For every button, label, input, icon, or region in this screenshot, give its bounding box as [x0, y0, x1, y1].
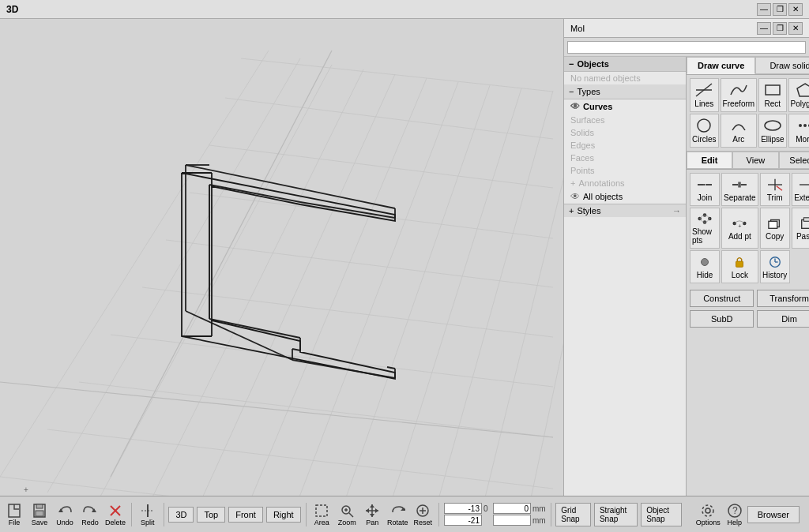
- show-pts-button[interactable]: Show pts: [690, 208, 720, 249]
- d-coord-input[interactable]: [493, 515, 531, 526]
- all-objects-visibility-icon[interactable]: 👁: [570, 191, 580, 202]
- separator-2: [164, 503, 164, 526]
- curves-visibility-icon[interactable]: 👁: [570, 101, 580, 112]
- search-input[interactable]: [567, 41, 806, 54]
- area-button[interactable]: Area: [310, 501, 333, 528]
- moi-minimize-button[interactable]: —: [757, 22, 771, 35]
- options-button[interactable]: Options: [694, 501, 722, 528]
- paste-icon: [797, 216, 809, 230]
- browser-button[interactable]: Browser: [747, 506, 800, 523]
- curves-row[interactable]: 👁 Curves: [564, 99, 686, 114]
- draw-curve-tab[interactable]: Draw curve: [687, 57, 755, 74]
- faces-label: Faces: [570, 153, 594, 163]
- lines-tool-button[interactable]: Lines: [690, 78, 719, 112]
- lock-label: Lock: [732, 271, 748, 279]
- undo-button[interactable]: Undo: [54, 501, 76, 528]
- freeform-label: Freeform: [723, 99, 755, 108]
- freeform-tool-button[interactable]: Freeform: [721, 78, 758, 112]
- dim-button[interactable]: Dim: [757, 310, 809, 328]
- restore-button[interactable]: ❐: [773, 3, 787, 16]
- svg-rect-86: [36, 504, 43, 508]
- view-right-button[interactable]: Right: [266, 507, 301, 523]
- objects-collapse-icon[interactable]: −: [569, 59, 574, 69]
- separator-4: [438, 503, 439, 526]
- points-row[interactable]: Points: [564, 164, 686, 177]
- polygon-tool-button[interactable]: Polygon: [788, 78, 809, 112]
- lock-button[interactable]: Lock: [721, 250, 758, 283]
- types-section[interactable]: − Types: [564, 84, 686, 99]
- svg-rect-78: [803, 217, 809, 221]
- svg-rect-0: [0, 19, 553, 496]
- styles-arrow-icon[interactable]: →: [672, 206, 681, 215]
- all-objects-row[interactable]: 👁 All objects: [564, 189, 686, 204]
- add-pt-button[interactable]: + Add pt: [721, 208, 758, 249]
- circles-label: Circles: [692, 135, 717, 144]
- view-front-button[interactable]: Front: [228, 507, 263, 523]
- viewport-3d[interactable]: 3D: [0, 19, 564, 496]
- more-tool-button[interactable]: More: [788, 114, 809, 148]
- close-button[interactable]: ✕: [788, 3, 803, 16]
- view-3d-button[interactable]: 3D: [168, 507, 194, 523]
- arc-tool-button[interactable]: Arc: [721, 114, 758, 148]
- help-button[interactable]: ? Help: [725, 501, 744, 528]
- zoom-button[interactable]: Zoom: [336, 501, 358, 528]
- x-coord-input[interactable]: -13: [444, 503, 482, 514]
- view-tab[interactable]: View: [732, 152, 778, 169]
- hide-button[interactable]: Hide: [690, 250, 720, 283]
- title-bar: 3D — ❐ ✕: [0, 0, 809, 19]
- y-coord-input[interactable]: 0: [493, 503, 531, 514]
- z-coord-input[interactable]: -21: [444, 515, 482, 526]
- faces-row[interactable]: Faces: [564, 152, 686, 164]
- delete-button[interactable]: Delete: [104, 501, 126, 528]
- reset-button[interactable]: Reset: [412, 501, 434, 528]
- arc-label: Arc: [732, 135, 744, 144]
- construct-button[interactable]: Construct: [690, 290, 754, 307]
- separator-3: [306, 503, 307, 526]
- pan-button[interactable]: Pan: [361, 501, 383, 528]
- save-button[interactable]: Save: [28, 501, 51, 528]
- rotate-button[interactable]: Rotate: [386, 501, 408, 528]
- file-button[interactable]: File: [3, 501, 25, 528]
- solids-row[interactable]: Solids: [564, 126, 686, 139]
- edges-row[interactable]: Edges: [564, 139, 686, 152]
- svg-rect-80: [736, 261, 743, 267]
- edit-tab[interactable]: Edit: [687, 152, 732, 169]
- moi-title: MoI — ❐ ✕: [564, 19, 809, 38]
- redo-button[interactable]: Redo: [79, 501, 101, 528]
- minimize-button[interactable]: —: [757, 3, 771, 16]
- copy-button[interactable]: Copy: [760, 208, 790, 249]
- circles-tool-button[interactable]: Circles: [690, 114, 719, 148]
- points-label: Points: [570, 166, 595, 175]
- transform-button[interactable]: Transform: [757, 290, 809, 307]
- lock-icon: [730, 255, 749, 269]
- subd-button[interactable]: SubD: [690, 310, 754, 328]
- history-button[interactable]: History: [760, 250, 790, 283]
- hide-label: Hide: [697, 271, 713, 279]
- coordinates-box: -13 0 0 mm -21 mm: [444, 503, 546, 526]
- moi-close-button[interactable]: ✕: [788, 22, 803, 35]
- svg-point-51: [765, 121, 781, 130]
- ellipse-tool-button[interactable]: Ellipse: [758, 114, 786, 148]
- paste-button[interactable]: Paste: [792, 208, 809, 249]
- styles-row[interactable]: + Styles →: [564, 204, 686, 217]
- zoom-icon: [339, 503, 355, 519]
- separate-icon: [730, 178, 749, 192]
- grid-snap-button[interactable]: Grid Snap: [555, 503, 591, 526]
- pan-icon: [364, 503, 380, 519]
- draw-solid-tab[interactable]: Draw solid: [755, 57, 809, 74]
- moi-restore-button[interactable]: ❐: [773, 22, 787, 35]
- svg-point-79: [702, 258, 709, 265]
- view-top-button[interactable]: Top: [197, 507, 225, 523]
- straight-snap-button[interactable]: Straight Snap: [594, 503, 638, 526]
- trim-button[interactable]: Trim: [760, 173, 790, 206]
- surfaces-row[interactable]: Surfaces: [564, 114, 686, 126]
- split-button[interactable]: Split: [137, 501, 159, 528]
- select-tab[interactable]: Select: [779, 152, 810, 169]
- rect-tool-button[interactable]: Rect: [758, 78, 786, 112]
- separate-button[interactable]: Separate: [721, 173, 758, 206]
- join-button[interactable]: Join: [690, 173, 720, 206]
- object-snap-button[interactable]: Object Snap: [641, 503, 681, 526]
- extend-button[interactable]: Extend: [792, 173, 809, 206]
- annotations-row[interactable]: + Annotations: [564, 177, 686, 189]
- edit-tabs: Edit View Select: [687, 151, 809, 170]
